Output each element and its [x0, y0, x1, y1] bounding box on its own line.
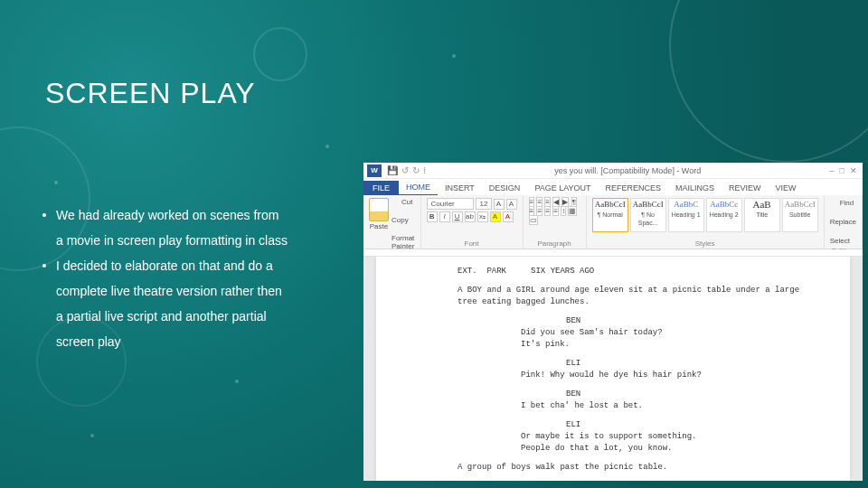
action-text: A group of boys walk past the picnic tab… — [458, 462, 805, 474]
ribbon-group-font: Courier 12 A A B I U ab x₂ A A Font — [421, 195, 524, 249]
minimize-button[interactable]: – — [830, 166, 835, 175]
tab-review[interactable]: REVIEW — [722, 181, 769, 195]
word-app-window: W 💾 ↺ ↻ ⁞ yes you will. [Compatibility M… — [363, 163, 863, 481]
bullet-text: screen play — [56, 330, 358, 353]
style-heading-2[interactable]: AaBbCcHeading 2 — [706, 198, 742, 232]
bullet-text: We had already worked on scenes from — [56, 203, 358, 227]
style-heading-1[interactable]: AaBbCHeading 1 — [668, 198, 704, 232]
dialogue-text: It's pink. — [521, 339, 769, 351]
bullet-text: a movie in screen play formatting in cla… — [56, 229, 358, 252]
justify-button[interactable]: ≡ — [552, 206, 559, 216]
dialogue-text: I bet cha' he lost a bet. — [521, 400, 769, 412]
tab-mailings[interactable]: MAILINGS — [668, 181, 722, 195]
subscript-button[interactable]: x₂ — [477, 211, 488, 222]
tab-page-layout[interactable]: PAGE LAYOUT — [527, 181, 598, 195]
document-title: yes you will. [Compatibility Mode] - Wor… — [426, 166, 830, 175]
group-label-paragraph: Paragraph — [529, 239, 580, 248]
group-label-font: Font — [427, 239, 517, 248]
find-button[interactable]: Find — [830, 198, 856, 207]
decorative-dot — [235, 380, 239, 383]
slide-title: SCREEN PLAY — [45, 77, 256, 110]
close-button[interactable]: ✕ — [850, 166, 857, 175]
scene-heading-location: PARK — [486, 267, 506, 276]
page[interactable]: EXT. PARK SIX YEARS AGO A BOY and a GIRL… — [376, 257, 850, 481]
save-icon[interactable]: 💾 — [387, 165, 398, 175]
select-button[interactable]: Select — [830, 228, 856, 245]
redo-button[interactable]: ↻ — [412, 165, 420, 175]
action-text: A BOY and a GIRL around age eleven sit a… — [458, 285, 805, 308]
strike-button[interactable]: ab — [465, 211, 476, 222]
format-painter-button[interactable]: Format Painter — [392, 226, 415, 250]
dialogue-text: People do that a lot, you know. — [521, 443, 769, 455]
copy-button[interactable]: Copy — [392, 208, 415, 224]
title-bar: W 💾 ↺ ↻ ⁞ yes you will. [Compatibility M… — [363, 163, 863, 179]
tab-insert[interactable]: INSERT — [438, 181, 482, 195]
ribbon-group-editing: Find Replace Select Editing — [825, 195, 863, 249]
cut-button[interactable]: Cut — [392, 198, 415, 206]
paste-icon[interactable] — [369, 198, 389, 221]
scene-heading-tag: EXT. — [458, 267, 477, 276]
grow-font-button[interactable]: A — [494, 199, 505, 210]
ribbon-group-paragraph: ≡ ≡ ≡ ◀ ▶ ¶ ≡ ≡ ≡ ≡ ↕ ▦ ▭ Paragraph — [524, 195, 587, 249]
dialogue-text: Or maybe it is to support something. — [521, 431, 769, 443]
replace-button[interactable]: Replace — [830, 209, 856, 226]
font-size-select[interactable]: 12 — [476, 198, 492, 210]
scene-heading-time: SIX YEARS AGO — [531, 267, 594, 276]
tab-file[interactable]: FILE — [363, 181, 399, 195]
tab-design[interactable]: DESIGN — [482, 181, 528, 195]
line-spacing-button[interactable]: ↕ — [561, 206, 566, 216]
decorative-dot — [54, 181, 58, 184]
decorative-dot — [326, 145, 329, 148]
character-name: ELI — [566, 419, 805, 431]
bullet-mark: • — [33, 254, 56, 277]
character-name: BEN — [566, 315, 805, 327]
borders-button[interactable]: ▭ — [529, 215, 538, 225]
undo-button[interactable]: ↺ — [401, 165, 409, 175]
ribbon-group-styles: AaBbCcI¶ Normal AaBbCcI¶ No Spac... AaBb… — [587, 195, 825, 249]
decorative-circle — [669, 0, 868, 163]
bold-button[interactable]: B — [427, 211, 438, 222]
group-label-styles: Styles — [592, 239, 818, 248]
dialogue-text: Pink! Why would he dye his hair pink? — [521, 370, 769, 381]
shading-button[interactable]: ▦ — [568, 206, 577, 216]
word-icon: W — [367, 164, 382, 177]
underline-button[interactable]: U — [452, 211, 463, 222]
bullet-list: •We had already worked on scenes from a … — [33, 203, 358, 355]
document-area[interactable]: EXT. PARK SIX YEARS AGO A BOY and a GIRL… — [363, 257, 863, 481]
maximize-button[interactable]: □ — [840, 166, 844, 175]
tab-home[interactable]: HOME — [399, 180, 438, 195]
bullet-text: a partial live script and another partia… — [56, 305, 358, 328]
character-name: BEN — [566, 389, 805, 400]
ribbon: Paste Cut Copy Format Painter Clipboard … — [363, 195, 863, 249]
font-color-button[interactable]: A — [503, 211, 514, 222]
dialogue-text: Did you see Sam's hair today? — [521, 327, 769, 339]
italic-button[interactable]: I — [439, 211, 450, 222]
font-name-select[interactable]: Courier — [427, 198, 474, 210]
decorative-dot — [452, 54, 456, 58]
shrink-font-button[interactable]: A — [506, 199, 517, 210]
bullet-text: complete live theatre version rather the… — [56, 279, 358, 303]
tab-view[interactable]: VIEW — [769, 181, 804, 195]
ribbon-group-clipboard: Paste Cut Copy Format Painter Clipboard — [363, 195, 421, 249]
style-subtitle[interactable]: AaBbCcISubtitle — [782, 198, 818, 232]
bullet-text: I decided to elaborate on that and do a — [56, 254, 358, 277]
highlight-button[interactable]: A — [490, 211, 501, 222]
decorative-circle — [253, 27, 307, 81]
style-no-spacing[interactable]: AaBbCcI¶ No Spac... — [630, 198, 666, 232]
paste-button[interactable]: Paste — [369, 222, 389, 230]
bullet-mark: • — [33, 203, 56, 227]
decorative-dot — [90, 434, 94, 437]
character-name: ELI — [566, 358, 805, 370]
ruler[interactable] — [363, 249, 863, 257]
style-normal[interactable]: AaBbCcI¶ Normal — [592, 198, 628, 232]
tab-references[interactable]: REFERENCES — [599, 181, 669, 195]
align-right-button[interactable]: ≡ — [544, 206, 551, 216]
ribbon-tabs: FILE HOME INSERT DESIGN PAGE LAYOUT REFE… — [363, 179, 863, 195]
style-title[interactable]: AaBTitle — [744, 198, 780, 232]
